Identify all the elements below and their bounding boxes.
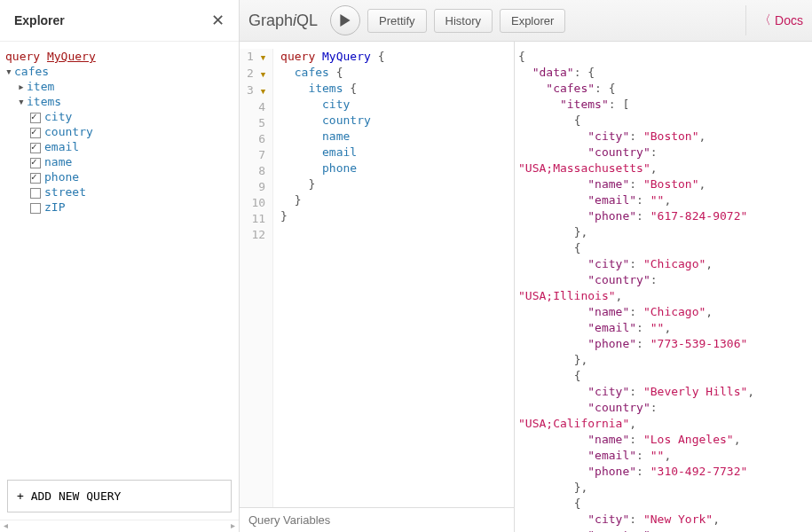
docs-button[interactable]: 〈Docs [745,5,803,35]
prettify-button[interactable]: Prettify [367,9,426,33]
panes: 1 ▼2 ▼3 ▼456789101112 query MyQuery { ca… [240,42,812,532]
horizontal-scrollbar[interactable]: ◂▸ [0,520,239,532]
query-variables-header[interactable]: Query Variables [240,507,514,532]
tree-node-items[interactable]: ▾items [5,94,233,109]
chevron-down-icon: ▾ [18,95,27,108]
checkbox-icon[interactable] [30,143,41,153]
checkbox-icon[interactable] [30,203,41,214]
tree-node-cafes[interactable]: ▾cafes [5,64,233,79]
checkbox-icon[interactable] [30,173,41,184]
field-street[interactable]: street [5,184,233,200]
execute-button[interactable] [330,5,360,35]
query-line[interactable]: query MyQuery [5,49,233,64]
explorer-tree: query MyQuery ▾cafes ▸item▾items citycou… [0,42,239,473]
query-editor[interactable]: 1 ▼2 ▼3 ▼456789101112 query MyQuery { ca… [240,42,515,532]
field-phone[interactable]: phone [5,169,233,184]
topbar: GraphiQL Prettify History Explorer 〈Docs [240,0,812,42]
explorer-title: Explorer [14,13,65,27]
tree-node-item[interactable]: ▸item [5,79,233,94]
graphiql-logo: GraphiQL [248,12,318,30]
explorer-sidebar: Explorer ✕ query MyQuery ▾cafes ▸item▾it… [0,0,240,532]
chevron-down-icon: ▾ [5,65,14,78]
line-gutter: 1 ▼2 ▼3 ▼456789101112 [240,49,273,507]
main-area: GraphiQL Prettify History Explorer 〈Docs… [240,0,812,532]
checkbox-icon[interactable] [30,128,41,138]
result-pane[interactable]: { "data": { "cafes": { "items": [ { "cit… [515,42,812,532]
checkbox-icon[interactable] [30,158,41,168]
close-icon[interactable]: ✕ [211,11,225,30]
field-email[interactable]: email [5,139,233,154]
explorer-header: Explorer ✕ [0,0,239,42]
play-icon [339,14,351,27]
explorer-button[interactable]: Explorer [500,9,565,33]
chevron-right-icon: ▸ [18,80,27,93]
code-text[interactable]: query MyQuery { cafes { items { city cou… [273,49,384,507]
checkbox-icon[interactable] [30,113,41,123]
add-new-query-button[interactable]: + ADD NEW QUERY [7,480,232,512]
history-button[interactable]: History [434,9,493,33]
code-area[interactable]: 1 ▼2 ▼3 ▼456789101112 query MyQuery { ca… [240,42,514,507]
field-country[interactable]: country [5,124,233,139]
chevron-left-icon: 〈 [759,12,771,28]
checkbox-icon[interactable] [30,188,41,199]
field-city[interactable]: city [5,109,233,124]
field-name[interactable]: name [5,154,233,169]
field-zIP[interactable]: zIP [5,200,233,215]
